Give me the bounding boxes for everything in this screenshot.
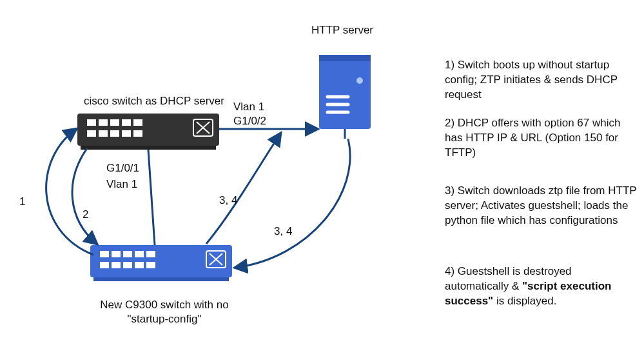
arrow-step34-up: [206, 134, 280, 244]
svg-rect-9: [110, 130, 119, 137]
svg-rect-10: [122, 130, 131, 137]
svg-rect-22: [123, 262, 132, 268]
svg-rect-14: [93, 277, 229, 281]
dhcp-switch-title: cisco switch as DHCP server: [84, 94, 224, 108]
svg-rect-3: [99, 119, 108, 126]
step-2-text: 2) DHCP offers with option 67 which has …: [445, 116, 638, 161]
new-switch-icon: [90, 245, 232, 281]
label-vlan1-left: Vlan 1: [106, 177, 137, 191]
svg-rect-0: [77, 114, 219, 146]
svg-rect-4: [110, 119, 119, 126]
svg-rect-13: [90, 245, 232, 277]
new-switch-title-1: New C9300 switch with no: [93, 298, 235, 312]
label-g102: G1/0/2: [233, 114, 266, 128]
svg-rect-12: [193, 119, 213, 136]
svg-rect-5: [122, 119, 131, 126]
step-1-text: 1) Switch boots up without startup confi…: [445, 58, 638, 103]
arrow-step1: [46, 129, 93, 255]
svg-rect-21: [112, 262, 121, 268]
step-3-text: 3) Switch downloads ztp file from HTTP s…: [445, 184, 638, 228]
svg-rect-16: [112, 251, 121, 257]
svg-rect-1: [81, 146, 216, 150]
http-server-icon: [319, 55, 371, 129]
svg-rect-15: [100, 251, 109, 257]
svg-rect-23: [135, 262, 144, 268]
svg-rect-26: [319, 55, 371, 129]
svg-rect-11: [133, 130, 142, 137]
svg-rect-19: [146, 251, 155, 257]
link-dhcp-to-new: [148, 150, 155, 245]
arrow-step34-down: [235, 139, 350, 268]
label-vlan1-top: Vlan 1: [233, 100, 264, 114]
svg-rect-7: [87, 130, 96, 137]
step-4-text: 4) Guestshell is destroyed automatically…: [445, 264, 638, 309]
step-4c: is displayed.: [493, 295, 556, 307]
svg-rect-25: [206, 251, 226, 268]
label-g101: G1/0/1: [106, 161, 139, 175]
svg-rect-8: [99, 130, 108, 137]
svg-rect-24: [146, 262, 155, 268]
flow-num-34b: 3, 4: [274, 224, 292, 238]
svg-rect-2: [87, 119, 96, 126]
dhcp-switch-icon: [77, 114, 219, 150]
svg-point-28: [356, 77, 363, 84]
svg-rect-17: [123, 251, 132, 257]
svg-rect-27: [319, 55, 371, 61]
svg-rect-6: [133, 119, 142, 126]
arrow-step2: [72, 148, 97, 244]
new-switch-title-2: "startup-config": [93, 312, 235, 326]
diagram-stage: HTTP server cisco switch as DHCP server …: [0, 0, 644, 347]
flow-num-34a: 3, 4: [219, 193, 237, 207]
http-server-title: HTTP server: [311, 23, 373, 37]
flow-num-1: 1: [19, 195, 25, 208]
svg-rect-18: [135, 251, 144, 257]
flow-num-2: 2: [83, 208, 88, 221]
svg-rect-20: [100, 262, 109, 268]
